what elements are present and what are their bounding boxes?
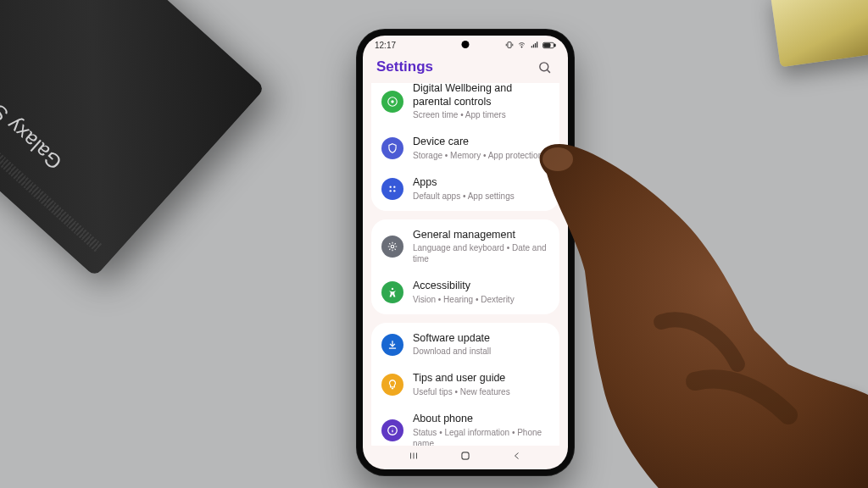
svg-rect-15 <box>462 452 469 459</box>
settings-header: Settings <box>363 54 568 83</box>
update-icon <box>381 334 403 356</box>
status-time: 12:17 <box>375 41 396 50</box>
settings-item-device-care[interactable]: Device care Storage • Memory • App prote… <box>371 128 559 169</box>
settings-item-title: Tips and user guide <box>413 372 549 385</box>
phone-screen: 12:17 Settings <box>363 36 568 469</box>
settings-item-apps[interactable]: Apps Default apps • App settings <box>371 169 559 209</box>
settings-item-software-update[interactable]: Software update Download and install <box>371 324 559 365</box>
svg-point-8 <box>390 186 392 187</box>
settings-group-about: Software update Download and install Tip… <box>371 323 559 446</box>
settings-item-about-phone[interactable]: About phone Status • Legal information •… <box>371 405 559 446</box>
recents-button[interactable] <box>406 448 421 463</box>
settings-item-subtitle: Status • Legal information • Phone name <box>413 427 549 446</box>
svg-point-5 <box>539 62 548 70</box>
wellbeing-icon <box>381 91 403 113</box>
settings-item-subtitle: Storage • Memory • App protection <box>413 150 549 161</box>
settings-item-subtitle: Screen time • App timers <box>413 109 549 120</box>
settings-item-title: Accessibility <box>413 280 549 293</box>
settings-item-tips[interactable]: Tips and user guide Useful tips • New fe… <box>371 364 559 405</box>
svg-rect-4 <box>544 43 550 47</box>
svg-point-11 <box>393 190 395 191</box>
svg-point-9 <box>393 186 395 187</box>
settings-item-title: General management <box>413 229 549 242</box>
settings-item-digital-wellbeing[interactable]: Digital Wellbeing and parental controls … <box>371 83 559 128</box>
svg-point-10 <box>390 190 392 191</box>
vibrate-icon <box>505 41 514 49</box>
settings-item-title: Apps <box>413 176 549 190</box>
page-title: Settings <box>376 58 433 75</box>
settings-item-subtitle: Useful tips • New features <box>413 386 549 397</box>
about-icon <box>381 419 403 441</box>
phone-frame: 12:17 Settings <box>356 29 575 476</box>
settings-item-title: Digital Wellbeing and parental controls <box>413 83 549 108</box>
settings-group-wellbeing: Digital Wellbeing and parental controls … <box>371 83 559 211</box>
svg-point-12 <box>391 245 394 248</box>
system-navbar <box>363 446 568 469</box>
device-care-icon <box>381 137 403 159</box>
apps-icon <box>381 178 403 200</box>
a11y-icon <box>381 281 403 303</box>
svg-rect-3 <box>554 43 555 46</box>
svg-point-7 <box>391 100 394 103</box>
settings-item-title: Software update <box>413 332 549 346</box>
svg-point-13 <box>392 288 393 290</box>
prop-phone-box: Galaxy S25 Ultra <box>0 0 265 277</box>
settings-group-general: General management Language and keyboard… <box>371 219 559 314</box>
settings-item-title: About phone <box>413 413 549 426</box>
wifi-icon <box>517 41 526 49</box>
general-icon <box>381 236 403 258</box>
search-icon <box>537 60 552 75</box>
signal-icon <box>530 41 539 49</box>
settings-item-title: Device care <box>413 136 549 149</box>
prop-tan-block <box>770 0 868 67</box>
prop-box-brand: Galaxy S25 Ultra <box>0 49 67 175</box>
tips-icon <box>381 374 403 396</box>
settings-item-general-management[interactable]: General management Language and keyboard… <box>371 221 559 273</box>
settings-item-subtitle: Default apps • App settings <box>413 191 549 202</box>
battery-icon <box>542 42 556 49</box>
svg-rect-0 <box>508 42 511 48</box>
settings-item-subtitle: Language and keyboard • Date and time <box>413 242 549 264</box>
svg-point-1 <box>521 47 522 47</box>
settings-list[interactable]: Digital Wellbeing and parental controls … <box>363 83 568 446</box>
settings-item-subtitle: Vision • Hearing • Dexterity <box>413 294 549 305</box>
home-button[interactable] <box>458 448 473 463</box>
search-button[interactable] <box>534 57 554 77</box>
settings-item-subtitle: Download and install <box>413 346 549 357</box>
prop-cable-loop <box>758 386 868 488</box>
punch-hole-camera <box>462 41 470 48</box>
settings-item-accessibility[interactable]: Accessibility Vision • Hearing • Dexteri… <box>371 272 559 313</box>
back-button[interactable] <box>509 448 525 463</box>
